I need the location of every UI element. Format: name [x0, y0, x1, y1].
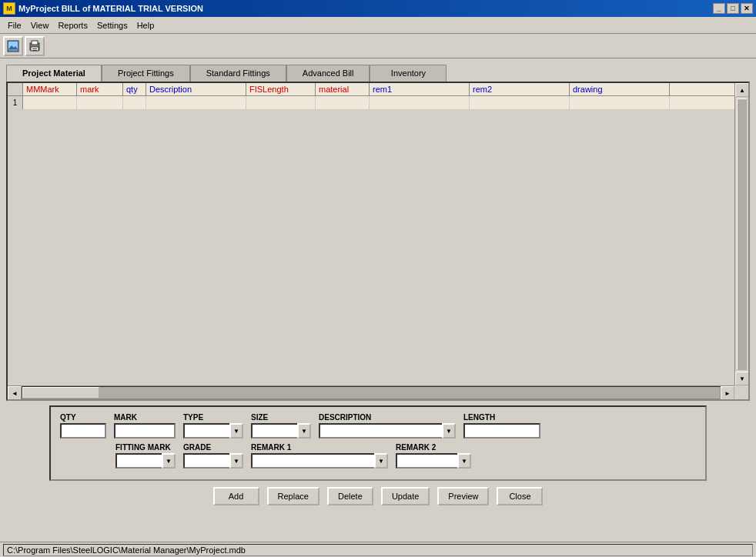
tab-inventory[interactable]: Inventory	[370, 65, 447, 82]
qty-label: QTY	[60, 413, 106, 422]
menu-file[interactable]: File	[3, 19, 26, 32]
svg-rect-6	[32, 48, 37, 49]
form-panel: QTY MARK TYPE ▼ SIZE ▼	[49, 405, 707, 481]
tab-project-fittings[interactable]: Project Fittings	[102, 65, 190, 82]
add-button[interactable]: Add	[213, 487, 259, 505]
col-description: Description	[146, 83, 246, 95]
table-row[interactable]: 1	[8, 96, 748, 110]
title-bar-text: MyProject BILL of MATERIAL TRIAL VERSION	[18, 4, 203, 13]
tab-wrapper: Project Material Project Fittings Standa…	[6, 65, 750, 401]
fitting-mark-input[interactable]	[115, 453, 162, 469]
update-button[interactable]: Update	[381, 487, 430, 505]
description-select-wrapper: ▼	[319, 423, 456, 439]
maximize-button[interactable]: □	[727, 3, 739, 14]
col-rem1: rem1	[370, 83, 470, 95]
size-dropdown-arrow[interactable]: ▼	[297, 423, 311, 439]
title-bar-left: M MyProject BILL of MATERIAL TRIAL VERSI…	[3, 2, 203, 15]
svg-rect-7	[32, 50, 37, 51]
cell-qty	[123, 96, 146, 109]
mark-field: MARK	[114, 413, 176, 439]
length-label: LENGTH	[463, 413, 540, 422]
close-button[interactable]: Close	[497, 487, 543, 505]
menu-help[interactable]: Help	[132, 19, 159, 32]
scroll-up-button[interactable]: ▲	[735, 83, 749, 97]
cell-rem1	[370, 96, 470, 109]
cell-mmmark	[23, 96, 77, 109]
toolbar-button-1[interactable]	[3, 36, 23, 56]
col-fislength: FISLength	[246, 83, 316, 95]
toolbar-button-print[interactable]	[25, 36, 45, 56]
remark2-dropdown-arrow[interactable]: ▼	[457, 453, 471, 469]
scroll-left-button[interactable]: ◄	[8, 386, 22, 400]
col-drawing: drawing	[570, 83, 670, 95]
horizontal-scrollbar[interactable]: ◄ ►	[8, 385, 734, 399]
fitting-mark-label: FITTING MARK	[115, 443, 176, 452]
type-dropdown-arrow[interactable]: ▼	[229, 423, 243, 439]
remark1-input[interactable]	[251, 453, 374, 469]
grade-select-wrapper: ▼	[183, 453, 243, 469]
remark1-label: REMARK 1	[251, 443, 388, 452]
row-num-header	[8, 83, 23, 95]
mark-input[interactable]	[114, 423, 176, 439]
menu-settings[interactable]: Settings	[92, 19, 132, 32]
type-field: TYPE ▼	[183, 413, 243, 439]
menu-view[interactable]: View	[26, 19, 54, 32]
minimize-button[interactable]: _	[713, 3, 725, 14]
tab-bar: Project Material Project Fittings Standa…	[6, 65, 750, 82]
grade-input[interactable]	[183, 453, 229, 469]
replace-button[interactable]: Replace	[267, 487, 319, 505]
scroll-down-button[interactable]: ▼	[735, 372, 749, 385]
grade-label: GRADE	[183, 443, 243, 452]
app-icon: M	[3, 2, 15, 15]
fitting-mark-dropdown-arrow[interactable]: ▼	[162, 453, 176, 469]
description-input[interactable]	[319, 423, 442, 439]
scroll-right-button[interactable]: ►	[721, 386, 734, 400]
form-row-1: QTY MARK TYPE ▼ SIZE ▼	[60, 413, 696, 439]
col-mark: mark	[77, 83, 123, 95]
remark2-input[interactable]	[396, 453, 457, 469]
size-label: SIZE	[251, 413, 311, 422]
tab-project-material[interactable]: Project Material	[6, 65, 102, 82]
remark2-field: REMARK 2 ▼	[396, 443, 471, 469]
size-select-wrapper: ▼	[251, 423, 311, 439]
delete-button[interactable]: Delete	[327, 487, 373, 505]
image-icon	[7, 40, 19, 52]
vertical-scrollbar[interactable]: ▲ ▼	[734, 83, 748, 385]
svg-rect-4	[32, 41, 38, 45]
toolbar	[0, 34, 756, 58]
title-bar: M MyProject BILL of MATERIAL TRIAL VERSI…	[0, 0, 756, 17]
remark2-label: REMARK 2	[396, 443, 471, 452]
preview-button[interactable]: Preview	[437, 487, 489, 505]
horiz-scroll-track[interactable]	[22, 386, 721, 399]
close-button[interactable]: ✕	[741, 3, 753, 14]
remark1-dropdown-arrow[interactable]: ▼	[374, 453, 388, 469]
size-input[interactable]	[251, 423, 297, 439]
grade-field: GRADE ▼	[183, 443, 243, 469]
title-bar-controls[interactable]: _ □ ✕	[713, 3, 753, 14]
cell-rem2	[470, 96, 570, 109]
cell-description	[146, 96, 246, 109]
remark2-select-wrapper: ▼	[396, 453, 471, 469]
menu-reports[interactable]: Reports	[53, 19, 92, 32]
tab-standard-fittings[interactable]: Standard Fittings	[190, 65, 286, 82]
table-body: 1	[8, 96, 748, 395]
type-label: TYPE	[183, 413, 243, 422]
description-field: DESCRIPTION ▼	[319, 413, 456, 439]
row-number: 1	[8, 96, 23, 109]
horiz-scroll-thumb[interactable]	[22, 387, 99, 399]
action-buttons: Add Replace Delete Update Preview Close	[3, 487, 753, 505]
length-input[interactable]	[463, 423, 540, 439]
qty-field: QTY	[60, 413, 106, 439]
col-material: material	[316, 83, 370, 95]
svg-point-8	[37, 44, 38, 45]
type-input[interactable]	[183, 423, 229, 439]
qty-input[interactable]	[60, 423, 106, 439]
table-header: MMMark mark qty Description FISLength ma…	[8, 83, 748, 96]
form-row-2: FITTING MARK ▼ GRADE ▼ REMARK 1 ▼	[60, 443, 696, 469]
scroll-thumb[interactable]	[737, 98, 747, 370]
tab-advanced-bill[interactable]: Advanced Bill	[286, 65, 370, 82]
grade-dropdown-arrow[interactable]: ▼	[229, 453, 243, 469]
status-text: C:\Program Files\SteelLOGIC\Material Man…	[3, 544, 753, 556]
description-dropdown-arrow[interactable]: ▼	[442, 423, 456, 439]
cell-fislength	[246, 96, 316, 109]
